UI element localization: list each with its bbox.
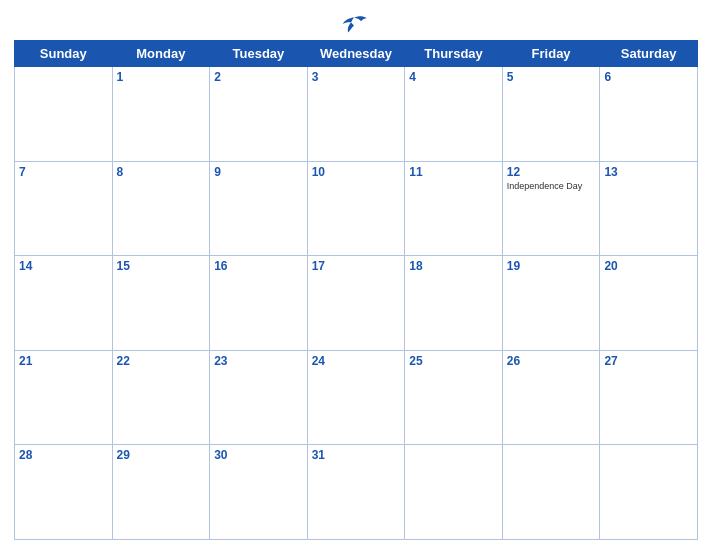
- holiday-label: Independence Day: [507, 181, 596, 192]
- day-number: 15: [117, 259, 206, 273]
- calendar-cell: 8: [112, 161, 210, 256]
- days-of-week-row: SundayMondayTuesdayWednesdayThursdayFrid…: [15, 41, 698, 67]
- week-row-5: 28293031: [15, 445, 698, 540]
- day-number: 11: [409, 165, 498, 179]
- calendar-cell: 19: [502, 256, 600, 351]
- week-row-2: 789101112Independence Day13: [15, 161, 698, 256]
- calendar-cell: [405, 445, 503, 540]
- week-row-4: 21222324252627: [15, 350, 698, 445]
- day-number: 14: [19, 259, 108, 273]
- calendar-cell: 20: [600, 256, 698, 351]
- day-number: 6: [604, 70, 693, 84]
- day-of-week-wednesday: Wednesday: [307, 41, 405, 67]
- calendar-cell: 3: [307, 67, 405, 162]
- day-number: 16: [214, 259, 303, 273]
- calendar-cell: 26: [502, 350, 600, 445]
- calendar-cell: 18: [405, 256, 503, 351]
- calendar-cell: 4: [405, 67, 503, 162]
- calendar-cell: 10: [307, 161, 405, 256]
- week-row-1: 123456: [15, 67, 698, 162]
- calendar-cell: [15, 67, 113, 162]
- day-number: 26: [507, 354, 596, 368]
- calendar-cell: 7: [15, 161, 113, 256]
- day-of-week-monday: Monday: [112, 41, 210, 67]
- calendar-cell: 25: [405, 350, 503, 445]
- day-number: 24: [312, 354, 401, 368]
- calendar-cell: 21: [15, 350, 113, 445]
- day-number: 3: [312, 70, 401, 84]
- day-number: 21: [19, 354, 108, 368]
- calendar-cell: 2: [210, 67, 308, 162]
- day-number: 10: [312, 165, 401, 179]
- week-row-3: 14151617181920: [15, 256, 698, 351]
- day-of-week-saturday: Saturday: [600, 41, 698, 67]
- day-number: 31: [312, 448, 401, 462]
- day-of-week-thursday: Thursday: [405, 41, 503, 67]
- calendar-cell: 30: [210, 445, 308, 540]
- day-of-week-tuesday: Tuesday: [210, 41, 308, 67]
- day-number: 1: [117, 70, 206, 84]
- calendar-cell: 16: [210, 256, 308, 351]
- day-number: 2: [214, 70, 303, 84]
- day-number: 12: [507, 165, 596, 179]
- calendar-cell: [502, 445, 600, 540]
- calendar-header: [14, 10, 698, 34]
- calendar-cell: 22: [112, 350, 210, 445]
- day-number: 29: [117, 448, 206, 462]
- logo-bird-icon: [339, 14, 369, 34]
- calendar-container: SundayMondayTuesdayWednesdayThursdayFrid…: [0, 0, 712, 550]
- calendar-cell: 6: [600, 67, 698, 162]
- logo: [339, 14, 373, 34]
- calendar-cell: 5: [502, 67, 600, 162]
- calendar-cell: 23: [210, 350, 308, 445]
- calendar-cell: 9: [210, 161, 308, 256]
- day-number: 25: [409, 354, 498, 368]
- day-number: 20: [604, 259, 693, 273]
- calendar-cell: 1: [112, 67, 210, 162]
- day-of-week-friday: Friday: [502, 41, 600, 67]
- calendar-cell: 24: [307, 350, 405, 445]
- calendar-table: SundayMondayTuesdayWednesdayThursdayFrid…: [14, 40, 698, 540]
- day-number: 4: [409, 70, 498, 84]
- day-number: 18: [409, 259, 498, 273]
- calendar-cell: 31: [307, 445, 405, 540]
- day-number: 8: [117, 165, 206, 179]
- day-of-week-sunday: Sunday: [15, 41, 113, 67]
- day-number: 30: [214, 448, 303, 462]
- calendar-cell: 27: [600, 350, 698, 445]
- calendar-cell: 28: [15, 445, 113, 540]
- day-number: 9: [214, 165, 303, 179]
- day-number: 13: [604, 165, 693, 179]
- day-number: 27: [604, 354, 693, 368]
- calendar-cell: 15: [112, 256, 210, 351]
- calendar-cell: [600, 445, 698, 540]
- calendar-cell: 29: [112, 445, 210, 540]
- calendar-cell: 13: [600, 161, 698, 256]
- day-number: 28: [19, 448, 108, 462]
- calendar-cell: 14: [15, 256, 113, 351]
- day-number: 23: [214, 354, 303, 368]
- day-number: 22: [117, 354, 206, 368]
- day-number: 5: [507, 70, 596, 84]
- day-number: 7: [19, 165, 108, 179]
- day-number: 17: [312, 259, 401, 273]
- calendar-cell: 12Independence Day: [502, 161, 600, 256]
- day-number: 19: [507, 259, 596, 273]
- calendar-cell: 11: [405, 161, 503, 256]
- calendar-cell: 17: [307, 256, 405, 351]
